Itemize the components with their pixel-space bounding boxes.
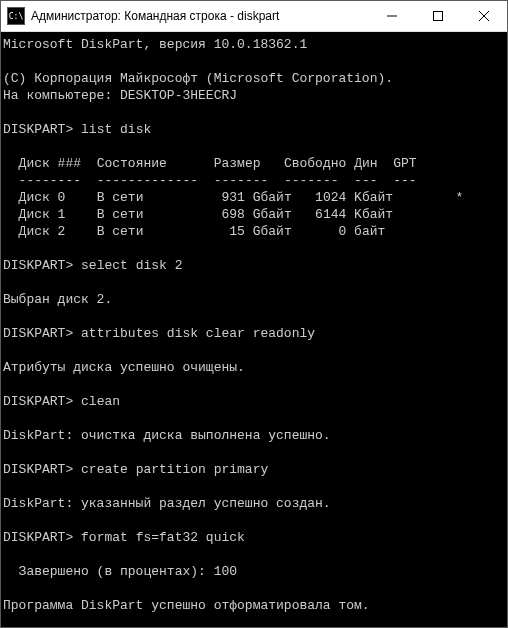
window-controls [369,1,507,31]
cmd-list-disk: list disk [81,122,151,137]
prompt: DISKPART> [3,462,73,477]
prompt: DISKPART> [3,394,73,409]
cmd-attributes: attributes disk clear readonly [81,326,315,341]
computer-line: На компьютере: DESKTOP-3HEECRJ [3,88,237,103]
cell-size: 15 Gбайт [229,224,291,239]
prompt: DISKPART> [3,122,73,137]
sep: ------- [284,173,339,188]
msg-progress: Завершено (в процентах): 100 [3,564,237,579]
table-row: Диск 1 [19,207,66,222]
cmd-select-disk: select disk 2 [81,258,182,273]
msg-cleaned: DiskPart: очистка диска выполнена успешн… [3,428,331,443]
msg-formatted: Программа DiskPart успешно отформатирова… [3,598,370,613]
sep: --- [393,173,416,188]
table-row: Диск 2 [19,224,66,239]
col-free: Свободно [284,156,346,171]
sep: --- [354,173,377,188]
cell-state: В сети [97,224,144,239]
cell-free: 0 байт [339,224,386,239]
cmd-clean: clean [81,394,120,409]
cell-size: 698 Gбайт [221,207,291,222]
cell-gpt: * [456,190,464,205]
cell-state: В сети [97,190,144,205]
copyright-line: (C) Корпорация Майкрософт (Microsoft Cor… [3,71,393,86]
msg-part-created: DiskPart: указанный раздел успешно созда… [3,496,331,511]
sep: ------- [214,173,269,188]
version-line: Microsoft DiskPart, версия 10.0.18362.1 [3,37,307,52]
col-state: Состояние [97,156,167,171]
col-dyn: Дин [354,156,377,171]
window-title: Администратор: Командная строка - diskpa… [31,9,369,23]
cmd-format: format fs=fat32 quick [81,530,245,545]
svg-rect-1 [434,12,443,21]
cmd-create-partition: create partition primary [81,462,268,477]
sep: ------------- [97,173,198,188]
col-disk: Диск ### [19,156,81,171]
col-size: Размер [214,156,261,171]
msg-attr-cleared: Атрибуты диска успешно очищены. [3,360,245,375]
titlebar[interactable]: C:\ Администратор: Командная строка - di… [1,1,507,32]
cell-free: 6144 Kбайт [315,207,393,222]
terminal-output[interactable]: Microsoft DiskPart, версия 10.0.18362.1 … [1,32,507,627]
cell-size: 931 Gбайт [221,190,291,205]
msg-selected: Выбран диск 2. [3,292,112,307]
col-gpt: GPT [393,156,416,171]
close-button[interactable] [461,1,507,31]
prompt: DISKPART> [3,530,73,545]
prompt: DISKPART> [3,326,73,341]
prompt: DISKPART> [3,258,73,273]
command-prompt-window: C:\ Администратор: Командная строка - di… [0,0,508,628]
cell-state: В сети [97,207,144,222]
cell-free: 1024 Kбайт [315,190,393,205]
minimize-button[interactable] [369,1,415,31]
maximize-button[interactable] [415,1,461,31]
sep: -------- [19,173,81,188]
table-row: Диск 0 [19,190,66,205]
app-icon: C:\ [7,7,25,25]
